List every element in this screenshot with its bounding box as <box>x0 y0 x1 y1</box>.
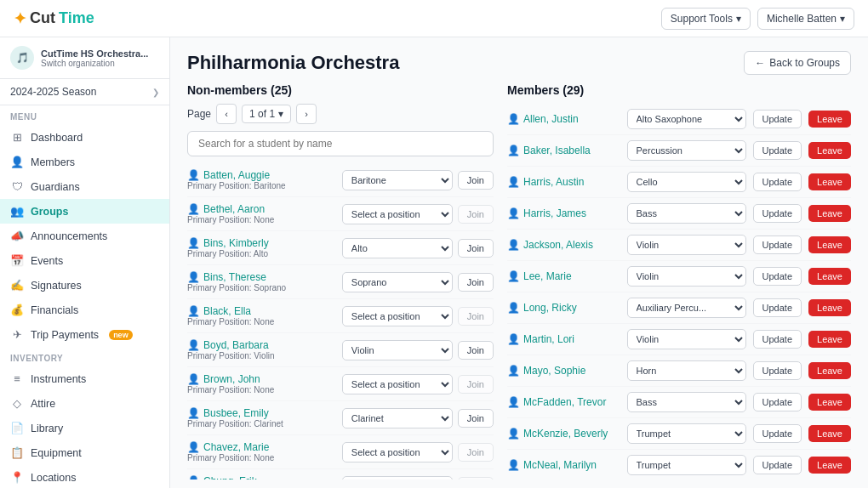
position-dropdown[interactable]: Select a position <box>342 204 453 224</box>
non-member-name[interactable]: 👤 Chavez, Marie <box>187 441 335 453</box>
member-position-dropdown[interactable]: Cello <box>627 172 746 192</box>
non-member-name[interactable]: 👤 Boyd, Barbara <box>187 339 335 351</box>
sidebar-item-signatures[interactable]: ✍ Signatures <box>0 273 169 298</box>
non-member-name[interactable]: 👤 Brown, John <box>187 373 335 385</box>
update-button[interactable]: Update <box>753 204 802 223</box>
member-name[interactable]: 👤 Jackson, Alexis <box>507 239 620 251</box>
member-name[interactable]: 👤 McNeal, Marilyn <box>507 459 620 471</box>
sidebar-item-locations[interactable]: 📍 Locations <box>0 465 169 488</box>
update-button[interactable]: Update <box>753 456 802 474</box>
member-position-dropdown[interactable]: Horn <box>627 360 746 381</box>
position-dropdown[interactable]: Soprano <box>342 272 453 292</box>
member-position-dropdown[interactable]: Auxiliary Percu... <box>627 298 746 318</box>
member-position-dropdown[interactable]: Percussion <box>627 140 746 161</box>
leave-button[interactable]: Leave <box>808 142 851 159</box>
join-button[interactable]: Join <box>458 375 494 394</box>
position-dropdown[interactable]: Select a position <box>342 442 453 462</box>
update-button[interactable]: Update <box>753 330 802 349</box>
sidebar-item-instruments[interactable]: ≡ Instruments <box>0 366 169 391</box>
prev-page-button[interactable]: ‹ <box>216 104 237 124</box>
non-member-name[interactable]: 👤 Bethel, Aaron <box>187 203 335 215</box>
update-button[interactable]: Update <box>753 393 802 411</box>
sidebar-item-guardians[interactable]: 🛡 Guardians <box>0 174 169 199</box>
join-button[interactable]: Join <box>458 341 494 360</box>
leave-button[interactable]: Leave <box>808 425 851 442</box>
member-name[interactable]: 👤 Harris, James <box>507 207 620 219</box>
support-tools-button[interactable]: Support Tools ▾ <box>661 8 751 30</box>
join-button[interactable]: Join <box>458 239 494 258</box>
leave-button[interactable]: Leave <box>808 362 851 379</box>
position-dropdown[interactable]: Clarinet <box>342 408 453 428</box>
sidebar-item-trip-payments[interactable]: ✈ Trip Payments new <box>0 322 169 347</box>
leave-button[interactable]: Leave <box>808 236 851 253</box>
sidebar-item-members[interactable]: 👤 Members <box>0 150 169 174</box>
search-input[interactable] <box>187 131 494 156</box>
join-button[interactable]: Join <box>458 205 494 224</box>
join-button[interactable]: Join <box>458 443 494 462</box>
position-dropdown[interactable]: Select a position <box>342 374 453 394</box>
non-member-name[interactable]: 👤 Busbee, Emily <box>187 407 335 419</box>
sidebar-item-events[interactable]: 📅 Events <box>0 248 169 273</box>
update-button[interactable]: Update <box>753 235 802 254</box>
leave-button[interactable]: Leave <box>808 331 851 348</box>
user-menu-button[interactable]: Michelle Batten ▾ <box>757 8 854 30</box>
leave-button[interactable]: Leave <box>808 394 851 411</box>
member-position-dropdown[interactable]: Alto Saxophone <box>627 109 746 129</box>
update-button[interactable]: Update <box>753 173 802 191</box>
sidebar-item-library[interactable]: 📄 Library <box>0 416 169 440</box>
join-button[interactable]: Join <box>458 307 494 326</box>
leave-button[interactable]: Leave <box>808 173 851 190</box>
update-button[interactable]: Update <box>753 110 802 128</box>
join-button[interactable]: Join <box>458 477 494 480</box>
update-button[interactable]: Update <box>753 361 802 380</box>
member-position-dropdown[interactable]: Bass <box>627 203 746 224</box>
update-button[interactable]: Update <box>753 141 802 160</box>
member-position-dropdown[interactable]: Bass <box>627 392 746 412</box>
sidebar-item-attire[interactable]: ◇ Attire <box>0 391 169 416</box>
update-button[interactable]: Update <box>753 267 802 286</box>
member-name[interactable]: 👤 Martin, Lori <box>507 333 620 345</box>
non-member-name[interactable]: 👤 Bins, Kimberly <box>187 237 335 249</box>
update-button[interactable]: Update <box>753 424 802 443</box>
join-button[interactable]: Join <box>458 273 494 292</box>
member-name[interactable]: 👤 Baker, Isabella <box>507 145 620 156</box>
member-position-dropdown[interactable]: Violin <box>627 329 746 349</box>
non-member-name[interactable]: 👤 Batten, Auggie <box>187 169 335 181</box>
leave-button[interactable]: Leave <box>808 111 851 128</box>
non-member-name[interactable]: 👤 Bins, Therese <box>187 271 335 283</box>
position-dropdown[interactable]: Violin <box>342 340 453 360</box>
leave-button[interactable]: Leave <box>808 268 851 285</box>
org-switcher[interactable]: 🎵 CutTime HS Orchestra... Switch organiz… <box>0 37 169 79</box>
position-dropdown[interactable]: Select a position <box>342 476 453 480</box>
member-name[interactable]: 👤 McFadden, Trevor <box>507 396 620 408</box>
sidebar-item-groups[interactable]: 👥 Groups <box>0 199 169 224</box>
leave-button[interactable]: Leave <box>808 457 851 474</box>
sidebar-item-equipment[interactable]: 📋 Equipment <box>0 440 169 465</box>
season-selector[interactable]: 2024-2025 Season ❯ <box>0 79 169 105</box>
member-name[interactable]: 👤 Harris, Austin <box>507 176 620 188</box>
position-dropdown[interactable]: Select a position <box>342 306 453 326</box>
position-dropdown[interactable]: Baritone <box>342 170 453 190</box>
member-position-dropdown[interactable]: Violin <box>627 266 746 287</box>
update-button[interactable]: Update <box>753 298 802 317</box>
position-dropdown[interactable]: Alto <box>342 238 453 258</box>
back-to-groups-button[interactable]: ← Back to Groups <box>744 51 851 75</box>
sidebar-item-dashboard[interactable]: ⊞ Dashboard <box>0 125 169 150</box>
non-member-name[interactable]: 👤 Chung, Erik <box>187 475 335 479</box>
join-button[interactable]: Join <box>458 171 494 190</box>
member-name[interactable]: 👤 Mayo, Sophie <box>507 365 620 377</box>
member-name[interactable]: 👤 Long, Ricky <box>507 302 620 314</box>
member-position-dropdown[interactable]: Trumpet <box>627 423 746 444</box>
member-name[interactable]: 👤 Lee, Marie <box>507 270 620 282</box>
member-name[interactable]: 👤 Allen, Justin <box>507 113 620 125</box>
switch-org-link[interactable]: Switch organization <box>41 59 159 68</box>
join-button[interactable]: Join <box>458 409 494 428</box>
next-page-button[interactable]: › <box>296 104 317 124</box>
member-position-dropdown[interactable]: Trumpet <box>627 455 746 475</box>
sidebar-item-financials[interactable]: 💰 Financials <box>0 298 169 322</box>
member-name[interactable]: 👤 McKenzie, Beverly <box>507 428 620 440</box>
sidebar-item-announcements[interactable]: 📣 Announcements <box>0 224 169 248</box>
leave-button[interactable]: Leave <box>808 299 851 316</box>
non-member-name[interactable]: 👤 Black, Ella <box>187 305 335 317</box>
leave-button[interactable]: Leave <box>808 205 851 222</box>
